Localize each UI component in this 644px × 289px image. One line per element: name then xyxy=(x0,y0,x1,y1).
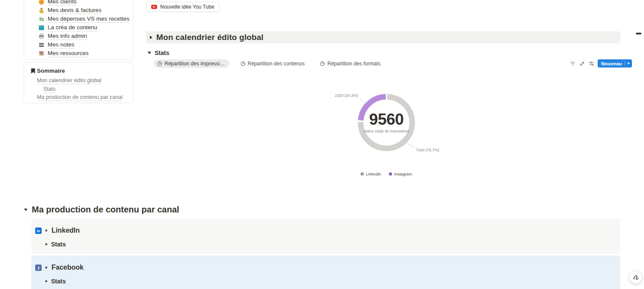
sidebar-item-mes-info-admin[interactable]: Mes info admin xyxy=(38,32,130,40)
expand-icon[interactable] xyxy=(579,60,586,67)
sidebar-nav-card: Mes clients Mes devis & factures Mes dép… xyxy=(24,0,133,60)
calendar-toggle-heading[interactable]: Mon calendrier édito global xyxy=(146,31,620,43)
page: Mes clients Mes devis & factures Mes dép… xyxy=(0,0,644,289)
sidebar-item-label: Mes clients xyxy=(48,0,77,6)
printer-icon xyxy=(38,33,45,40)
sidebar-item-label: Mes devis & factures xyxy=(48,7,101,14)
production-toggle-heading[interactable]: Ma production de contenu par canal xyxy=(24,205,179,215)
chart-view-tabs: Répartition des impressi… Répartition de… xyxy=(154,59,385,68)
stats-toggle[interactable]: Stats xyxy=(148,49,169,56)
sort-filter-icon[interactable] xyxy=(569,60,576,67)
tab-label: Répartition des impressi… xyxy=(164,61,225,67)
facebook-icon: f xyxy=(35,264,42,271)
sidebar-item-mes-ressources[interactable]: Mes ressources xyxy=(38,49,130,58)
sidebar-item-label: Mes dépenses VS mes recettes xyxy=(48,15,130,23)
donut-chart xyxy=(350,86,423,159)
toggle-collapsed-icon xyxy=(46,229,48,232)
toggle-collapsed-icon xyxy=(46,266,48,269)
bookmark-icon xyxy=(30,68,36,74)
chevron-down-icon[interactable] xyxy=(625,63,632,65)
youtube-button-label: Nouvelle idée You Tube xyxy=(160,4,214,10)
svg-text:in: in xyxy=(37,229,40,233)
slice-label-instagram: 2320 (24.3%) xyxy=(326,93,358,98)
production-heading-label: Ma production de contenu par canal xyxy=(32,205,179,215)
leader-line xyxy=(407,143,414,148)
chart-legend: Linkedin Instagram xyxy=(343,172,429,176)
tab-repartition-impressions[interactable]: Répartition des impressi… xyxy=(154,59,229,68)
sidebar-item-mes-depenses[interactable]: Mes dépenses VS mes recettes xyxy=(38,15,130,23)
drawing-cursor-button[interactable] xyxy=(629,271,642,284)
youtube-icon xyxy=(151,5,157,9)
sidebar-item-label: Mes info admin xyxy=(48,33,87,40)
calendar-heading-label: Mon calendrier édito global xyxy=(156,33,264,42)
money-bag-icon xyxy=(38,7,45,14)
leader-line xyxy=(360,98,366,104)
channel-stats-label: Stats xyxy=(51,241,66,248)
toggle-collapsed-icon xyxy=(150,36,152,39)
nouveau-button[interactable]: Nouveau xyxy=(598,59,632,68)
sommaire-link-stats[interactable]: Stats xyxy=(43,86,56,93)
pie-chart-icon xyxy=(157,61,162,66)
new-youtube-idea-button[interactable]: Nouvelle idée You Tube xyxy=(146,2,219,12)
sommaire-title: Sommaire xyxy=(37,68,65,74)
channel-name: LinkedIn xyxy=(52,227,80,234)
tab-repartition-contenus[interactable]: Répartition des contenus xyxy=(237,59,309,68)
sidebar-item-mes-clients[interactable]: Mes clients xyxy=(38,0,130,6)
pie-chart-icon xyxy=(240,61,246,66)
linkedin-stats-toggle[interactable]: Stats xyxy=(46,241,66,248)
flying-money-icon xyxy=(38,16,45,22)
clients-icon xyxy=(38,0,45,5)
svg-text:f: f xyxy=(38,266,39,271)
tab-label: Répartition des contenus xyxy=(248,61,305,67)
legend-swatch xyxy=(389,172,392,175)
pie-chart-icon xyxy=(320,61,325,66)
facebook-stats-toggle[interactable]: Stats xyxy=(46,278,66,285)
facebook-toggle[interactable]: f Facebook xyxy=(35,264,84,271)
toggle-collapsed-icon xyxy=(46,243,48,246)
lines-icon xyxy=(38,42,45,48)
legend-item-linkedin[interactable]: Linkedin xyxy=(361,172,381,176)
sidebar-item-label: Mes ressources xyxy=(48,50,88,57)
settings-sliders-icon[interactable] xyxy=(588,60,595,67)
view-toolbar: Nouveau xyxy=(569,59,632,68)
sommaire-link-production[interactable]: Ma production de contenu par canal xyxy=(37,94,122,101)
channel-card-facebook: f Facebook Stats xyxy=(31,255,620,289)
scroll-indicator[interactable] xyxy=(636,33,641,34)
scribble-icon xyxy=(632,274,640,281)
toggle-expanded-icon xyxy=(148,52,151,54)
toggle-collapsed-icon xyxy=(46,280,48,283)
toggle-expanded-icon xyxy=(24,209,27,211)
channel-card-linkedin: in LinkedIn Stats xyxy=(31,218,620,254)
sidebar-item-label: La créa de contenu xyxy=(48,24,97,31)
books-icon xyxy=(38,50,45,57)
legend-label: Instagram xyxy=(394,172,412,176)
stats-toggle-label: Stats xyxy=(155,49,169,56)
sommaire-link-calendrier[interactable]: Mon calendrier édito global xyxy=(37,77,101,84)
linkedin-icon: in xyxy=(35,228,42,234)
channel-name: Facebook xyxy=(52,264,84,271)
legend-swatch xyxy=(361,172,364,175)
sommaire-card: Sommaire Mon calendrier édito global Sta… xyxy=(24,62,133,103)
legend-label: Linkedin xyxy=(366,172,381,176)
tab-repartition-formats[interactable]: Répartition des formats xyxy=(316,59,385,68)
sidebar-item-mes-devis-factures[interactable]: Mes devis & factures xyxy=(38,6,130,15)
channel-stats-label: Stats xyxy=(51,278,66,285)
slice-label-linkedin: 7240 (75.7%) xyxy=(416,148,439,152)
sidebar-item-la-crea-de-contenu[interactable]: La créa de contenu xyxy=(38,23,130,32)
tab-label: Répartition des formats xyxy=(327,61,380,67)
legend-item-instagram[interactable]: Instagram xyxy=(389,172,412,176)
clapperboard-icon xyxy=(38,25,45,31)
sidebar-item-mes-notes[interactable]: Mes notes xyxy=(38,40,130,49)
nouveau-button-label: Nouveau xyxy=(598,61,625,66)
sidebar-item-label: Mes notes xyxy=(48,41,74,49)
linkedin-toggle[interactable]: in LinkedIn xyxy=(35,227,80,234)
